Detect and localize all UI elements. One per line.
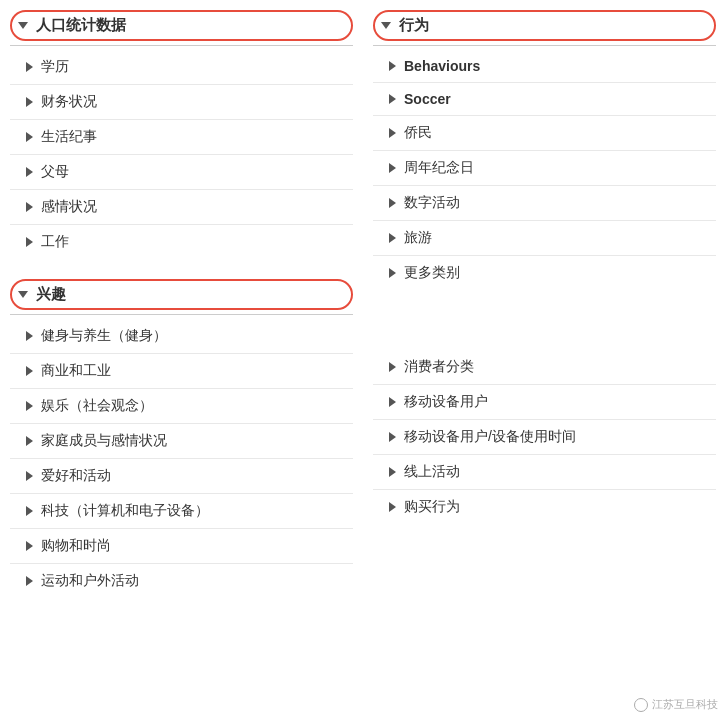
chevron-right-icon [389, 432, 396, 442]
list-item-text: 商业和工业 [41, 362, 111, 380]
chevron-down-icon-behaviours[interactable] [381, 22, 391, 29]
watermark: 江苏互旦科技 [634, 697, 718, 712]
chevron-down-icon-demographics[interactable] [18, 22, 28, 29]
behaviours-list: Behaviours Soccer 侨民 周年纪念日 数字活动 [373, 50, 716, 290]
list-item[interactable]: 消费者分类 [373, 350, 716, 385]
right-bottom-section: 消费者分类 移动设备用户 移动设备用户/设备使用时间 线上活动 购买行为 [373, 350, 716, 524]
chevron-right-icon [26, 576, 33, 586]
chevron-right-icon [26, 132, 33, 142]
chevron-right-icon [26, 436, 33, 446]
chevron-right-icon [26, 506, 33, 516]
chevron-right-icon [389, 128, 396, 138]
chevron-right-icon [389, 268, 396, 278]
chevron-right-icon [389, 198, 396, 208]
list-item[interactable]: Behaviours [373, 50, 716, 83]
interests-section: 兴趣 健身与养生（健身） 商业和工业 娱乐（社会观念） 家庭成员 [10, 279, 353, 598]
list-item[interactable]: 健身与养生（健身） [10, 319, 353, 354]
list-item[interactable]: 工作 [10, 225, 353, 259]
list-item-text: 工作 [41, 233, 69, 251]
list-item-text: 移动设备用户 [404, 393, 488, 411]
chevron-right-icon [26, 366, 33, 376]
list-item[interactable]: 娱乐（社会观念） [10, 389, 353, 424]
list-item[interactable]: 线上活动 [373, 455, 716, 490]
list-item[interactable]: 购物和时尚 [10, 529, 353, 564]
chevron-right-icon [26, 471, 33, 481]
list-item-text: Soccer [404, 91, 451, 107]
list-item-text: 健身与养生（健身） [41, 327, 167, 345]
chevron-right-icon [389, 397, 396, 407]
list-item[interactable]: 生活纪事 [10, 120, 353, 155]
list-item-text: 数字活动 [404, 194, 460, 212]
chevron-right-icon [389, 94, 396, 104]
demographics-section: 人口统计数据 学历 财务状况 生活纪事 父母 [10, 10, 353, 259]
list-item[interactable]: 感情状况 [10, 190, 353, 225]
list-item[interactable]: 移动设备用户 [373, 385, 716, 420]
list-item[interactable]: 科技（计算机和电子设备） [10, 494, 353, 529]
chevron-right-icon [26, 62, 33, 72]
list-item-text: 家庭成员与感情状况 [41, 432, 167, 450]
list-item-text: 父母 [41, 163, 69, 181]
watermark-icon [634, 698, 648, 712]
demographics-divider [10, 45, 353, 46]
interests-list: 健身与养生（健身） 商业和工业 娱乐（社会观念） 家庭成员与感情状况 爱好和活动 [10, 319, 353, 598]
chevron-down-icon-interests[interactable] [18, 291, 28, 298]
list-item[interactable]: 旅游 [373, 221, 716, 256]
list-item[interactable]: 运动和户外活动 [10, 564, 353, 598]
list-item[interactable]: 购买行为 [373, 490, 716, 524]
list-item-text: Behaviours [404, 58, 480, 74]
left-panel: 人口统计数据 学历 财务状况 生活纪事 父母 [0, 10, 363, 618]
list-item-text: 爱好和活动 [41, 467, 111, 485]
list-item[interactable]: Soccer [373, 83, 716, 116]
interests-divider [10, 314, 353, 315]
list-item-text: 生活纪事 [41, 128, 97, 146]
list-item-text: 运动和户外活动 [41, 572, 139, 590]
list-item-text: 周年纪念日 [404, 159, 474, 177]
list-item-text: 学历 [41, 58, 69, 76]
chevron-right-icon [389, 467, 396, 477]
list-item[interactable]: 家庭成员与感情状况 [10, 424, 353, 459]
chevron-right-icon [26, 97, 33, 107]
list-item-text: 侨民 [404, 124, 432, 142]
chevron-right-icon [26, 331, 33, 341]
list-item[interactable]: 数字活动 [373, 186, 716, 221]
list-item-text: 感情状况 [41, 198, 97, 216]
interests-title: 兴趣 [36, 285, 66, 304]
list-item-text: 娱乐（社会观念） [41, 397, 153, 415]
list-item-text: 购买行为 [404, 498, 460, 516]
list-item-text: 购物和时尚 [41, 537, 111, 555]
right-bottom-list: 消费者分类 移动设备用户 移动设备用户/设备使用时间 线上活动 购买行为 [373, 350, 716, 524]
chevron-right-icon [389, 362, 396, 372]
right-panel: 行为 Behaviours Soccer 侨民 周年纪念日 [363, 10, 726, 618]
list-item[interactable]: 更多类别 [373, 256, 716, 290]
chevron-right-icon [26, 202, 33, 212]
chevron-right-icon [389, 233, 396, 243]
behaviours-title: 行为 [399, 16, 429, 35]
chevron-right-icon [26, 401, 33, 411]
list-item[interactable]: 移动设备用户/设备使用时间 [373, 420, 716, 455]
chevron-right-icon [389, 502, 396, 512]
list-item[interactable]: 财务状况 [10, 85, 353, 120]
demographics-header[interactable]: 人口统计数据 [10, 10, 353, 41]
demographics-title: 人口统计数据 [36, 16, 126, 35]
demographics-list: 学历 财务状况 生活纪事 父母 感情状况 [10, 50, 353, 259]
watermark-text: 江苏互旦科技 [652, 697, 718, 712]
list-item[interactable]: 学历 [10, 50, 353, 85]
list-item[interactable]: 父母 [10, 155, 353, 190]
chevron-right-icon [26, 237, 33, 247]
list-item[interactable]: 周年纪念日 [373, 151, 716, 186]
chevron-right-icon [26, 541, 33, 551]
interests-header[interactable]: 兴趣 [10, 279, 353, 310]
list-item-text: 财务状况 [41, 93, 97, 111]
list-item[interactable]: 爱好和活动 [10, 459, 353, 494]
list-item-text: 科技（计算机和电子设备） [41, 502, 209, 520]
list-item-text: 更多类别 [404, 264, 460, 282]
list-item-text: 消费者分类 [404, 358, 474, 376]
chevron-right-icon [26, 167, 33, 177]
chevron-right-icon [389, 61, 396, 71]
list-item-text: 移动设备用户/设备使用时间 [404, 428, 576, 446]
behaviours-section: 行为 Behaviours Soccer 侨民 周年纪念日 [373, 10, 716, 290]
list-item[interactable]: 商业和工业 [10, 354, 353, 389]
list-item-text: 旅游 [404, 229, 432, 247]
list-item[interactable]: 侨民 [373, 116, 716, 151]
behaviours-header[interactable]: 行为 [373, 10, 716, 41]
